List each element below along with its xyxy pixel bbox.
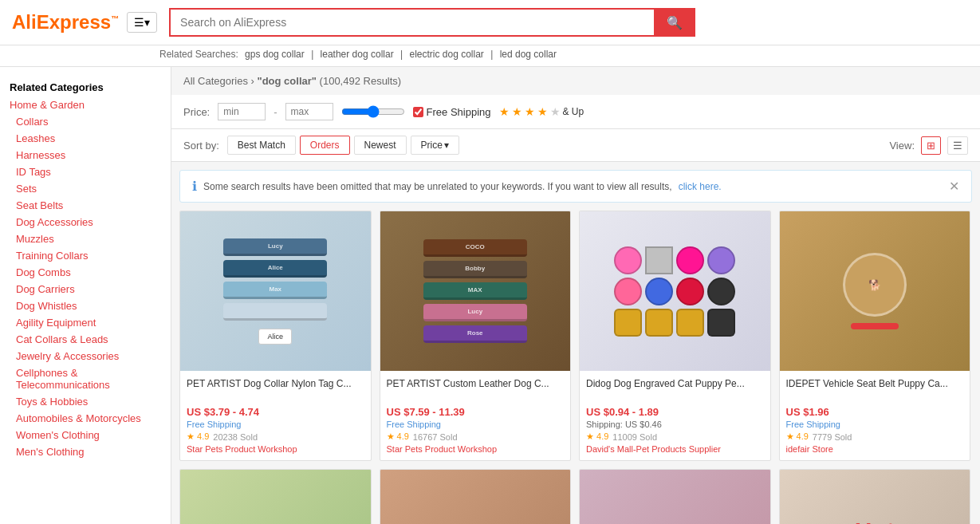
price-max-input[interactable] [285,103,333,120]
sort-price[interactable]: Price ▾ [411,136,459,155]
sort-orders[interactable]: Orders [300,136,350,155]
related-search-electric[interactable]: electric dog collar [409,49,483,60]
sidebar-item-muzzles[interactable]: Muzzles [0,230,171,247]
product-rating-1: ★ 4.9 [187,431,209,442]
product-grid: Lucy Alice Max Alice PET ARTIST Dog Coll… [171,207,980,524]
view-list-button[interactable]: ☰ [947,136,968,155]
product-shipping-1: Free Shipping [187,420,364,429]
search-input[interactable]: dog collar [169,8,654,37]
product-image-6: 🦮 [380,470,571,524]
and-up-label: & Up [563,106,584,117]
sidebar-item-dog-accessories[interactable]: Dog Accessories [0,214,171,230]
tag-visual-3 [606,238,743,345]
breadcrumb-arrow: › [251,75,258,87]
sidebar-item-dog-combs[interactable]: Dog Combs [0,264,171,281]
product-store-4[interactable]: idefair Store [786,444,964,454]
product-price-3: US $0.94 - 1.89 [586,406,764,418]
product-sold-1: 20238 Sold [213,432,258,442]
product-price-1: US $3.79 - 4.74 [187,406,364,418]
sidebar-item-id-tags[interactable]: ID Tags [0,164,171,180]
star-5: ★ [550,105,561,118]
product-title-3: Didog Dog Engraved Cat Puppy Pe... [586,377,764,403]
product-card-3[interactable]: Didog Dog Engraved Cat Puppy Pe... US $0… [579,211,771,461]
product-info-4: IDEPET Vehicle Seat Belt Puppy Ca... US … [780,371,970,460]
logo-tm: ™ [111,14,119,23]
product-shipping-2: Free Shipping [387,420,565,429]
search-button[interactable]: 🔍 [654,8,695,37]
related-search-gps[interactable]: gps dog collar [245,49,305,60]
sort-bar: Sort by: Best Match Orders Newest Price … [171,129,980,162]
star-2: ★ [512,105,522,118]
price-min-input[interactable] [218,103,266,120]
sidebar-item-harnesses[interactable]: Harnesses [0,147,171,164]
price-slider[interactable] [341,105,405,118]
sidebar-item-training-collars[interactable]: Training Collars [0,247,171,264]
product-rating-3: ★ 4.9 [586,431,608,442]
sidebar-item-dog-whistles[interactable]: Dog Whistles [0,297,171,314]
sidebar-item-sets[interactable]: Sets [0,180,171,197]
product-store-3[interactable]: David's Mall-Pet Products Supplier [586,444,764,454]
collar-visual-1: Lucy Alice Max Alice [211,227,339,357]
sort-newest[interactable]: Newest [354,136,407,155]
info-link[interactable]: click here. [679,181,722,192]
sidebar-item-womens[interactable]: Women's Clothing [0,427,171,443]
related-search-led[interactable]: led dog collar [500,49,557,60]
star-3: ★ [525,105,535,118]
sidebar-item-agility[interactable]: Agility Equipment [0,314,171,331]
breadcrumb-all-categories[interactable]: All Categories [183,75,248,87]
free-shipping-checkbox[interactable] [413,107,423,117]
product-img-content-7: 🐕‍🦺 [668,470,681,524]
sidebar-item-mens[interactable]: Men's Clothing [0,443,171,460]
sort-best-match[interactable]: Best Match [227,136,296,155]
sidebar-item-dog-carriers[interactable]: Dog Carriers [0,281,171,297]
product-store-1[interactable]: Star Pets Product Workshop [187,444,364,454]
product-price-2: US $7.59 - 11.39 [387,406,565,418]
sort-label: Sort by: [183,140,219,152]
view-grid-button[interactable]: ⊞ [921,136,941,155]
product-title-4: IDEPET Vehicle Seat Belt Puppy Ca... [786,377,964,403]
info-close-button[interactable]: ✕ [949,179,959,194]
sidebar-item-automobiles[interactable]: Automobiles & Motorcycles [0,410,171,427]
free-shipping-label: Free Shipping [427,106,491,118]
product-card-4[interactable]: 🐕 IDEPET Vehicle Seat Belt Puppy Ca... U… [779,211,971,461]
filter-bar: Price: - Free Shipping ★ ★ ★ ★ ★ & Up [171,95,980,129]
free-shipping-checkbox-label[interactable]: Free Shipping [413,106,491,118]
dog-icon: 🐕 [843,253,907,317]
sidebar-item-home-garden[interactable]: Home & Garden [0,97,171,113]
product-image-8: Hot 🐾 [780,470,970,524]
header: AliExpress™ ☰▾ dog collar 🔍 [0,0,980,45]
product-card-1[interactable]: Lucy Alice Max Alice PET ARTIST Dog Coll… [179,211,372,461]
sidebar-item-toys[interactable]: Toys & Hobbies [0,393,171,410]
logo: AliExpress™ [12,11,119,33]
product-shipping-4: Free Shipping [786,420,964,429]
product-meta-4: ★ 4.9 7779 Sold [786,431,964,442]
sidebar-item-collars[interactable]: Collars [0,113,171,130]
product-meta-1: ★ 4.9 20238 Sold [187,431,364,442]
product-card-6[interactable]: 🦮 Leather Dog Collar Heavy Duty... US $4… [380,469,572,524]
info-message: Some search results have been omitted th… [203,181,672,192]
product-card-5[interactable]: 🐩 Dog Collar Adjustable Pet Collar... US… [179,469,372,524]
sidebar-item-leashes[interactable]: Leashes [0,130,171,147]
price-label: Price: [183,106,210,118]
sidebar-item-cat-collars[interactable]: Cat Collars & Leads [0,331,171,348]
product-meta-2: ★ 4.9 16767 Sold [387,431,565,442]
sidebar-item-seat-belts[interactable]: Seat Belts [0,197,171,214]
related-search-leather[interactable]: leather dog collar [321,49,394,60]
product-image-4: 🐕 [780,211,970,371]
collar-visual-2: COCO Bobby MAX Lucy Rose [411,227,539,355]
product-img-content-4: 🐕 [843,211,907,371]
sidebar-item-cellphones[interactable]: Cellphones & Telecommunications [0,364,171,393]
star-1: ★ [499,105,510,118]
product-card-2[interactable]: COCO Bobby MAX Lucy Rose PET ARTIST Cust… [380,211,572,461]
price-separator: - [274,106,277,118]
product-card-8[interactable]: Hot 🐾 Hot Sale Pet Dog Collar Chain Key.… [779,469,971,524]
rating-filter[interactable]: ★ ★ ★ ★ ★ & Up [499,105,584,118]
product-card-7[interactable]: 🐕‍🦺 Personalized Dog Collar Name Tag... … [579,469,771,524]
product-sold-4: 7779 Sold [813,432,852,442]
star-4: ★ [537,105,548,118]
product-store-2[interactable]: Star Pets Product Workshop [387,444,565,454]
sidebar-item-jewelry[interactable]: Jewelry & Accessories [0,348,171,364]
product-sold-3: 11009 Sold [612,432,657,442]
product-title-2: PET ARTIST Custom Leather Dog C... [387,377,565,403]
menu-button[interactable]: ☰▾ [127,12,157,33]
